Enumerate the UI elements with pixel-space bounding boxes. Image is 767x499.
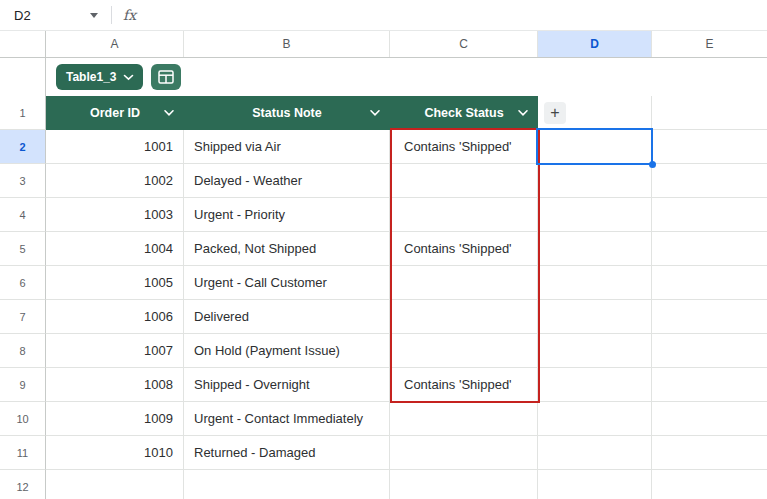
cell-status-note[interactable]: Packed, Not Shipped [184,232,390,266]
sheet-row: 21001Shipped via AirContains 'Shipped' [0,130,767,164]
table-grid-icon [158,70,174,84]
cell[interactable] [652,198,767,232]
cell[interactable] [652,300,767,334]
cell-order-id[interactable]: 1008 [46,368,184,402]
column-header-b[interactable]: B [184,31,390,57]
sheet-row: 101009Urgent - Contact Immediately [0,402,767,436]
column-filter-chevron-icon[interactable] [163,109,175,117]
cell[interactable] [652,232,767,266]
cell-status-note[interactable]: Returned - Damaged [184,436,390,470]
cell[interactable] [652,436,767,470]
cell[interactable] [538,130,652,164]
cell-check-status[interactable] [390,164,538,198]
column-header-e[interactable]: E [652,31,767,57]
formula-bar: D2 fx [0,0,767,31]
column-filter-chevron-icon[interactable] [517,109,529,117]
row-header[interactable]: 7 [0,300,46,334]
sheet-grid: Table1_3 1Order IDStatus NoteCheck Statu… [0,58,767,499]
cell[interactable] [652,266,767,300]
cell[interactable] [652,402,767,436]
cell[interactable] [652,334,767,368]
cell-status-note[interactable]: Shipped via Air [184,130,390,164]
cell-check-status[interactable]: Contains 'Shipped' [390,368,538,402]
row-header[interactable]: 4 [0,198,46,232]
cell-check-status[interactable] [390,436,538,470]
table-header-label: Status Note [252,106,321,120]
cell-order-id[interactable]: 1010 [46,436,184,470]
sheet-row: 12 [0,470,767,499]
cell[interactable]: + [538,96,652,130]
cell-check-status[interactable]: Contains 'Shipped' [390,130,538,164]
sheet-row: 91008Shipped - OvernightContains 'Shippe… [0,368,767,402]
cell[interactable] [538,164,652,198]
cell-order-id[interactable]: 1006 [46,300,184,334]
cell-order-id[interactable]: 1002 [46,164,184,198]
column-header-c[interactable]: C [390,31,538,57]
add-column-button[interactable]: + [544,102,566,124]
cell[interactable] [538,266,652,300]
column-header-d[interactable]: D [538,31,652,57]
name-box[interactable]: D2 [0,8,104,23]
cell-order-id[interactable]: 1001 [46,130,184,164]
cell[interactable] [46,470,184,499]
name-box-value: D2 [14,8,31,23]
column-header-strip: A B C D E [0,31,767,58]
table-header-cell[interactable]: Status Note [184,96,390,130]
cell-order-id[interactable]: 1004 [46,232,184,266]
cell-status-note[interactable]: Shipped - Overnight [184,368,390,402]
column-filter-chevron-icon[interactable] [369,109,381,117]
cell-check-status[interactable] [390,266,538,300]
cell[interactable] [652,164,767,198]
row-header[interactable]: 2 [0,130,46,164]
cell-status-note[interactable]: On Hold (Payment Issue) [184,334,390,368]
cell[interactable] [538,368,652,402]
row-header[interactable]: 11 [0,436,46,470]
cell-order-id[interactable]: 1009 [46,402,184,436]
cell-order-id[interactable]: 1005 [46,266,184,300]
cell-status-note[interactable]: Delivered [184,300,390,334]
cell[interactable] [538,436,652,470]
cell[interactable] [390,470,538,499]
cell-check-status[interactable] [390,198,538,232]
table-menu-button[interactable] [151,64,181,90]
row-header[interactable]: 9 [0,368,46,402]
cell[interactable] [538,470,652,499]
cell-status-note[interactable]: Urgent - Contact Immediately [184,402,390,436]
row-header[interactable]: 5 [0,232,46,266]
cell[interactable] [538,232,652,266]
cell[interactable] [538,198,652,232]
cell[interactable] [652,130,767,164]
cell-check-status[interactable] [390,300,538,334]
cell-check-status[interactable] [390,334,538,368]
name-box-dropdown-icon[interactable] [90,13,98,18]
cell[interactable] [538,402,652,436]
column-header-a[interactable]: A [46,31,184,57]
table-name-chip[interactable]: Table1_3 [56,64,143,90]
select-all-corner[interactable] [0,31,46,57]
cell-status-note[interactable]: Urgent - Priority [184,198,390,232]
cell[interactable] [652,470,767,499]
cell-status-note[interactable]: Urgent - Call Customer [184,266,390,300]
cell-check-status[interactable] [390,402,538,436]
cell[interactable] [652,368,767,402]
sheet-row: 81007On Hold (Payment Issue) [0,334,767,368]
cell-order-id[interactable]: 1007 [46,334,184,368]
cell[interactable] [538,300,652,334]
cell[interactable] [184,470,390,499]
table-header-cell[interactable]: Order ID [46,96,184,130]
cell-status-note[interactable]: Delayed - Weather [184,164,390,198]
fill-handle[interactable] [649,161,656,168]
cell[interactable] [538,334,652,368]
row-header[interactable]: 12 [0,470,46,499]
row-header[interactable]: 3 [0,164,46,198]
cell[interactable] [652,96,767,130]
formula-input[interactable] [136,0,767,30]
row-header[interactable]: 8 [0,334,46,368]
table-header-cell[interactable]: Check Status [390,96,538,130]
row-header[interactable]: 6 [0,266,46,300]
cell-order-id[interactable]: 1003 [46,198,184,232]
cell-check-status[interactable]: Contains 'Shipped' [390,232,538,266]
table-header-label: Check Status [424,106,503,120]
row-header[interactable]: 1 [0,96,46,130]
row-header[interactable]: 10 [0,402,46,436]
